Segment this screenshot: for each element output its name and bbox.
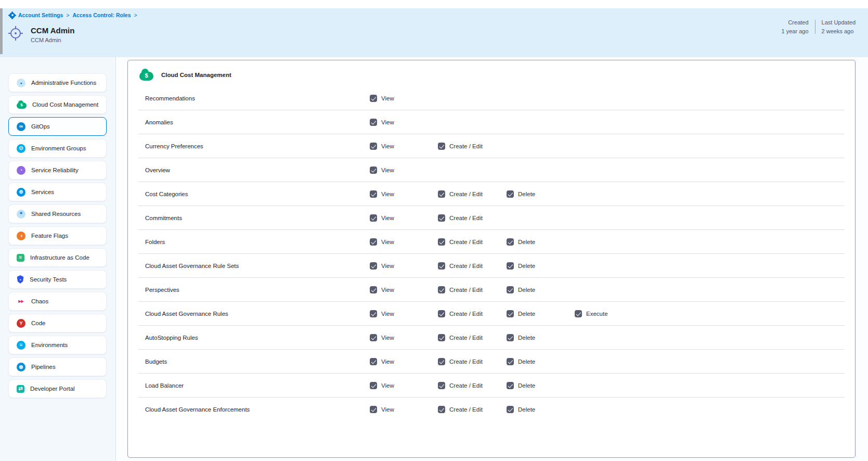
sidebar-item-services[interactable]: ⊚ Services — [8, 183, 107, 201]
sidebar-item-label: Cloud Cost Management — [32, 101, 98, 108]
permission-view-checkbox[interactable]: View — [370, 406, 394, 413]
gitops-icon: ∞ — [17, 122, 25, 131]
checkbox-checked-icon[interactable] — [370, 214, 377, 222]
checkbox-checked-icon[interactable] — [507, 238, 514, 246]
checkbox-checked-icon[interactable] — [370, 358, 377, 365]
checkbox-checked-icon[interactable] — [370, 334, 377, 341]
checkbox-checked-icon[interactable] — [507, 262, 514, 270]
permission-create-edit-checkbox[interactable]: Create / Edit — [438, 406, 483, 413]
permission-view-checkbox[interactable]: View — [370, 262, 394, 270]
permission-delete-checkbox[interactable]: Delete — [507, 358, 535, 365]
permission-create-edit-checkbox[interactable]: Create / Edit — [438, 286, 483, 293]
checkbox-checked-icon[interactable] — [438, 286, 445, 293]
checkbox-checked-icon[interactable] — [370, 95, 377, 102]
sidebar-item-security-tests[interactable]: ● Security Tests — [8, 270, 107, 289]
sidebar-item-environments[interactable]: ≈ Environments — [8, 336, 107, 354]
permission-delete-checkbox[interactable]: Delete — [507, 238, 535, 246]
permission-view-checkbox[interactable]: View — [370, 214, 394, 222]
breadcrumb-access-control-roles[interactable]: Access Control: Roles — [72, 12, 131, 18]
sidebar-item-shared-resources[interactable]: * Shared Resources — [8, 204, 107, 223]
checkbox-checked-icon[interactable] — [507, 190, 514, 198]
permission-view-checkbox[interactable]: View — [370, 334, 394, 341]
checkbox-checked-icon[interactable] — [370, 238, 377, 246]
checkbox-checked-icon[interactable] — [370, 119, 377, 126]
sidebar-item-developer-portal[interactable]: ⇄ Developer Portal — [8, 379, 107, 398]
permission-create-edit-checkbox[interactable]: Create / Edit — [438, 214, 483, 222]
permission-view-checkbox[interactable]: View — [370, 95, 394, 102]
checkbox-checked-icon[interactable] — [370, 190, 377, 198]
checkbox-checked-icon[interactable] — [438, 310, 445, 317]
permission-view-checkbox[interactable]: View — [370, 286, 394, 293]
resource-name: Budgets — [145, 358, 167, 365]
permission-view-checkbox[interactable]: View — [370, 167, 394, 174]
permission-view-checkbox[interactable]: View — [370, 143, 394, 150]
permission-row: Perspectives View Create / Edit Delete — [128, 278, 855, 302]
permission-delete-checkbox[interactable]: Delete — [507, 190, 535, 198]
permission-view-checkbox[interactable]: View — [370, 310, 394, 317]
checkbox-checked-icon[interactable] — [438, 238, 445, 246]
resource-name: Overview — [145, 167, 170, 173]
checkbox-checked-icon[interactable] — [438, 214, 445, 222]
permission-create-edit-checkbox[interactable]: Create / Edit — [438, 262, 483, 270]
checkbox-checked-icon[interactable] — [370, 406, 377, 413]
permission-create-edit-checkbox[interactable]: Create / Edit — [438, 190, 483, 198]
permission-view-checkbox[interactable]: View — [370, 358, 394, 365]
permission-label: Delete — [518, 406, 535, 413]
permission-execute-checkbox[interactable]: Execute — [575, 310, 608, 317]
checkbox-checked-icon[interactable] — [507, 310, 514, 317]
checkbox-checked-icon[interactable] — [507, 358, 514, 365]
permission-create-edit-checkbox[interactable]: Create / Edit — [438, 382, 483, 389]
permission-create-edit-checkbox[interactable]: Create / Edit — [438, 334, 483, 341]
checkbox-checked-icon[interactable] — [370, 382, 377, 389]
sidebar-item-code[interactable]: Y Code — [8, 314, 107, 332]
permission-label: Delete — [518, 287, 535, 293]
checkbox-checked-icon[interactable] — [438, 262, 445, 270]
permission-create-edit-checkbox[interactable]: Create / Edit — [438, 358, 483, 365]
checkbox-checked-icon[interactable] — [438, 358, 445, 365]
checkbox-checked-icon[interactable] — [438, 190, 445, 198]
permission-view-checkbox[interactable]: View — [370, 382, 394, 389]
checkbox-checked-icon[interactable] — [438, 406, 445, 413]
permission-delete-checkbox[interactable]: Delete — [507, 262, 535, 270]
checkbox-checked-icon[interactable] — [575, 310, 582, 317]
permission-label: Create / Edit — [449, 263, 483, 269]
checkbox-checked-icon[interactable] — [438, 334, 445, 341]
checkbox-checked-icon[interactable] — [370, 143, 377, 150]
permission-delete-checkbox[interactable]: Delete — [507, 310, 535, 317]
checkbox-checked-icon[interactable] — [507, 406, 514, 413]
role-meta: Created 1 year ago Last Updated 2 weeks … — [782, 19, 856, 34]
permission-view-checkbox[interactable]: View — [370, 119, 394, 126]
permission-label: View — [381, 95, 394, 101]
checkbox-checked-icon[interactable] — [438, 382, 445, 389]
checkbox-checked-icon[interactable] — [507, 286, 514, 293]
checkbox-checked-icon[interactable] — [438, 143, 445, 150]
sidebar-item-environment-groups[interactable]: ⊙ Environment Groups — [8, 139, 107, 158]
sidebar-item-pipelines[interactable]: ◍ Pipelines — [8, 357, 107, 376]
sidebar-item-feature-flags[interactable]: ◑ Feature Flags — [8, 226, 107, 245]
checkbox-checked-icon[interactable] — [370, 262, 377, 270]
permission-delete-checkbox[interactable]: Delete — [507, 382, 535, 389]
permission-row: Cloud Asset Governance Rules View Create… — [128, 302, 855, 326]
sidebar-item-infrastructure-as-code[interactable]: ≡ Infrastructure as Code — [8, 248, 107, 267]
permission-create-edit-checkbox[interactable]: Create / Edit — [438, 143, 483, 150]
sidebar-item-service-reliability[interactable]: ◔ Service Reliability — [8, 161, 107, 180]
permission-delete-checkbox[interactable]: Delete — [507, 286, 535, 293]
permission-delete-checkbox[interactable]: Delete — [507, 406, 535, 413]
breadcrumb-account-settings[interactable]: Account Settings — [18, 12, 63, 18]
permission-delete-checkbox[interactable]: Delete — [507, 334, 535, 341]
sidebar-item-gitops[interactable]: ∞ GitOps — [8, 117, 107, 136]
checkbox-checked-icon[interactable] — [370, 310, 377, 317]
sidebar-item-chaos[interactable]: ▸▸ Chaos — [8, 292, 107, 311]
sidebar-item-cloud-cost-management[interactable]: $ Cloud Cost Management — [8, 95, 107, 114]
checkbox-checked-icon[interactable] — [507, 334, 514, 341]
sidebar-item-administrative-functions[interactable]: ● Administrative Functions — [8, 73, 107, 92]
checkbox-checked-icon[interactable] — [507, 382, 514, 389]
permission-view-checkbox[interactable]: View — [370, 190, 394, 198]
permission-view-checkbox[interactable]: View — [370, 238, 394, 246]
permission-create-edit-checkbox[interactable]: Create / Edit — [438, 238, 483, 246]
checkbox-checked-icon[interactable] — [370, 286, 377, 293]
permission-label: View — [381, 239, 394, 245]
permission-create-edit-checkbox[interactable]: Create / Edit — [438, 310, 483, 317]
permission-row: Anomalies View — [128, 110, 855, 134]
checkbox-checked-icon[interactable] — [370, 167, 377, 174]
